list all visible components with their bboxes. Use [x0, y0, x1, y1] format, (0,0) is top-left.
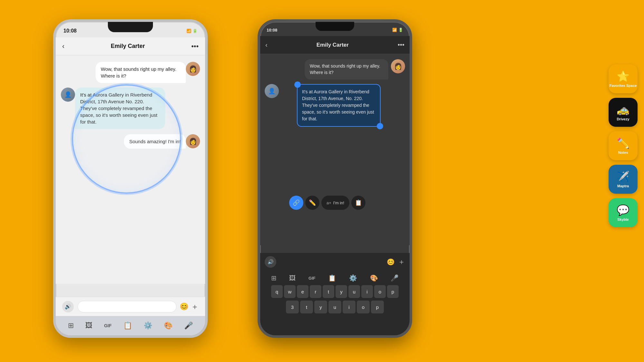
selection-handle-bottom	[377, 123, 383, 129]
key-i[interactable]: i	[361, 285, 373, 298]
taxi-label: Drivezy	[617, 117, 629, 121]
favorites-label: Favorites Space	[610, 84, 637, 88]
app-icon-favorites[interactable]: ⭐ Favorites Space	[609, 64, 638, 93]
key-y[interactable]: y	[336, 285, 347, 298]
more-button-left[interactable]: •••	[191, 42, 199, 51]
key-o[interactable]: o	[374, 285, 386, 298]
message-row-right-2: 👤 It's at Aurora Gallery in Riverbend Di…	[265, 84, 405, 127]
keyboard-bottom-hint: 3 t y u i o p	[260, 299, 410, 315]
app-icon-drivezy[interactable]: 🚕 Drivezy	[609, 98, 638, 127]
chat-body-left: Wow, that sounds right up my alley. Wher…	[56, 55, 205, 284]
kb-gif-label-right[interactable]: GIF	[308, 276, 316, 281]
kb-gif-label[interactable]: GIF	[104, 323, 111, 328]
phone-left: 10:08 📶 🔋 ‹ Emily Carter ••• Wow, that s…	[53, 19, 208, 338]
side-apps-panel: ⭐ Favorites Space 🚕 Drivezy ✏️ Notes ✈️ …	[609, 64, 638, 227]
key-t[interactable]: t	[323, 285, 334, 298]
more-button-right[interactable]: •••	[398, 41, 404, 49]
key-i2[interactable]: i	[343, 301, 355, 313]
key-q[interactable]: q	[271, 285, 283, 298]
message-row-right-1: Wow, that sounds right up my alley. Wher…	[265, 59, 405, 79]
contact-name-right: Emily Carter	[317, 42, 349, 48]
bubble-outgoing-1: Wow, that sounds right up my alley. Wher…	[96, 62, 186, 83]
message-row-2: 👤 It's at Aurora Gallery in Riverbend Di…	[61, 88, 200, 129]
taxi-icon: 🚕	[617, 104, 630, 116]
voice-button-left[interactable]: 🔊	[62, 301, 74, 312]
avatar-emily-right-1: 👩	[391, 59, 405, 73]
key-3[interactable]: 3	[286, 301, 299, 313]
kb-settings-icon-right[interactable]: ⚙️	[349, 274, 357, 282]
context-edit-btn[interactable]: ✏️	[305, 196, 319, 210]
context-copy-btn[interactable]: 📋	[351, 196, 365, 210]
chat-header-left: ‹ Emily Carter •••	[56, 37, 205, 55]
right-phone-power-btn	[410, 73, 412, 93]
keyboard-bar-left: ⊞ 🖼 GIF 📋 ⚙️ 🎨 🎤	[56, 316, 205, 335]
time-left: 10:08	[63, 28, 77, 34]
maptra-icon: ✈️	[617, 171, 630, 183]
bubble-incoming-1: It's at Aurora Gallery in Riverbend Dist…	[75, 88, 165, 129]
emoji-button-left[interactable]: 😊	[180, 302, 188, 311]
keyboard-top-row: ⊞ 🖼 GIF 📋 ⚙️ 🎨 🎤	[260, 271, 410, 284]
chat-header-right: ‹ Emily Carter •••	[260, 36, 410, 54]
add-button-left[interactable]: ＋	[191, 302, 199, 312]
notes-label: Notes	[618, 151, 628, 154]
kb-grid-icon[interactable]: ⊞	[68, 321, 74, 330]
kb-mic-icon[interactable]: 🎤	[184, 321, 193, 330]
kb-clipboard-icon[interactable]: 📋	[123, 321, 132, 330]
back-button-left[interactable]: ‹	[62, 42, 64, 51]
kb-grid-icon-right[interactable]: ⊞	[271, 274, 277, 282]
bubble-outgoing-2: Sounds amazing! I'm in!	[124, 134, 186, 149]
status-icons-left: 📶 🔋	[186, 29, 197, 33]
maptra-label: Maptra	[617, 184, 629, 188]
key-r[interactable]: r	[310, 285, 321, 298]
contact-name-left: Emily Carter	[111, 43, 145, 50]
context-translate-btn[interactable]: 🔗	[289, 196, 303, 210]
kb-settings-icon[interactable]: ⚙️	[144, 321, 152, 330]
app-icon-notes[interactable]: ✏️ Notes	[609, 131, 638, 160]
skyble-icon: 💬	[617, 204, 630, 216]
app-icon-maptra[interactable]: ✈️ Maptra	[609, 165, 638, 194]
emoji-btn-right[interactable]: 😊	[387, 258, 395, 266]
key-y2[interactable]: y	[314, 301, 327, 313]
context-menu: 🔗 ✏️ a+ I'm in! 📋	[289, 196, 367, 210]
back-button-right[interactable]: ‹	[265, 41, 268, 49]
kb-mic-icon-right[interactable]: 🎤	[391, 274, 399, 282]
key-u2[interactable]: u	[328, 301, 341, 313]
voice-btn-right[interactable]: 🔊	[265, 256, 276, 268]
key-p2[interactable]: p	[371, 301, 384, 313]
phone-right: 10:08 📶 🔋 ‹ Emily Carter ••• Wow, that s…	[258, 19, 412, 338]
keyboard-keys-row: q w e r t y u i o p	[260, 284, 410, 299]
right-phone-power-btn2	[410, 99, 412, 118]
app-icon-skyble[interactable]: 💬 Skyble	[609, 198, 638, 227]
selection-handle-top	[294, 81, 301, 88]
left-phone-power-btn	[206, 73, 208, 93]
kb-sticker-icon[interactable]: 🖼	[85, 321, 92, 330]
right-phone-volume-btn	[258, 86, 260, 112]
key-t2[interactable]: t	[300, 301, 313, 313]
message-row-3: Sounds amazing! I'm in! 👩	[61, 134, 200, 149]
kb-sticker-icon-right[interactable]: 🖼	[289, 274, 296, 282]
avatar-other-1: 👤	[61, 88, 75, 102]
toolbar-bottom-left: 🔊 😊 ＋	[56, 297, 205, 316]
left-phone-volume-btn	[53, 86, 55, 112]
skyble-label: Skyble	[617, 218, 629, 221]
avatar-other-right-1: 👤	[265, 84, 279, 98]
keyboard-area-right: ⊞ 🖼 GIF 📋 ⚙️ 🎨 🎤 q w e r t y u i o p 3 t…	[260, 271, 410, 335]
message-row-1: Wow, that sounds right up my alley. Wher…	[61, 62, 200, 83]
key-w[interactable]: w	[284, 285, 296, 298]
kb-theme-icon-right[interactable]: 🎨	[370, 274, 378, 282]
avatar-emily-1: 👩	[186, 62, 200, 76]
key-u[interactable]: u	[348, 285, 360, 298]
key-e[interactable]: e	[297, 285, 308, 298]
bubble-selected: It's at Aurora Gallery in Riverbend Dist…	[297, 84, 381, 127]
context-reply-text[interactable]: a+ I'm in!	[321, 196, 349, 210]
avatar-emily-2: 👩	[186, 134, 200, 148]
kb-clipboard-icon-right[interactable]: 📋	[328, 274, 336, 282]
chat-body-right: Wow, that sounds right up my alley. Wher…	[260, 54, 410, 245]
notch-right	[316, 22, 354, 31]
key-p[interactable]: p	[387, 285, 399, 298]
text-input-left[interactable]	[78, 301, 176, 312]
key-o2[interactable]: o	[357, 301, 370, 313]
add-btn-right[interactable]: ＋	[398, 257, 405, 267]
time-right: 10:08	[267, 28, 277, 32]
kb-paint-icon[interactable]: 🎨	[164, 321, 173, 330]
